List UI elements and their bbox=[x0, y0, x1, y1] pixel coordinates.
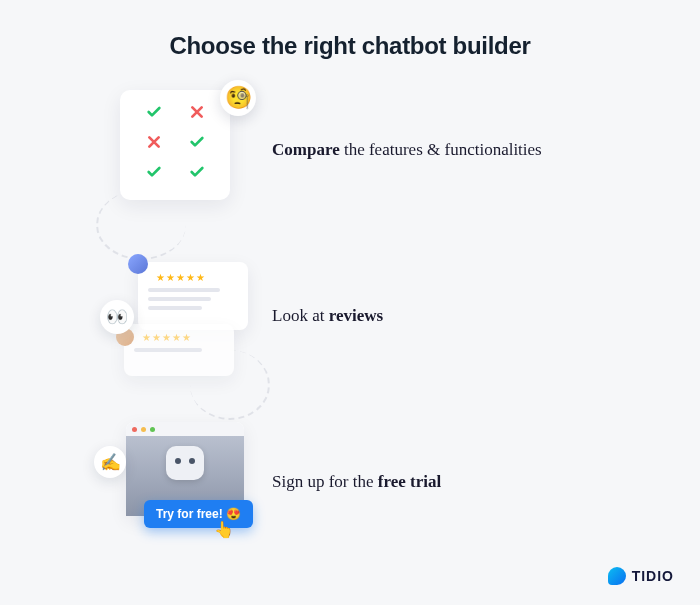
step-compare: 🧐 Compare the features & functionalities bbox=[100, 90, 700, 210]
check-icon bbox=[146, 164, 162, 180]
page-title: Choose the right chatbot builder bbox=[0, 0, 700, 60]
compare-illustration: 🧐 bbox=[100, 90, 250, 210]
avatar bbox=[128, 254, 148, 274]
star-rating-icon: ★★★★★ bbox=[156, 272, 238, 283]
caption-text: the features & functionalities bbox=[340, 140, 542, 159]
step-compare-caption: Compare the features & functionalities bbox=[272, 140, 542, 160]
thinking-face-icon: 🧐 bbox=[220, 80, 256, 116]
try-free-button[interactable]: Try for free! 😍 bbox=[144, 500, 253, 528]
caption-text: Look at bbox=[272, 306, 329, 325]
writing-hand-icon: ✍️ bbox=[94, 446, 126, 478]
star-rating-icon: ★★★★★ bbox=[142, 332, 224, 343]
check-icon bbox=[189, 134, 205, 150]
caption-bold: reviews bbox=[329, 306, 383, 325]
caption-bold: free trial bbox=[378, 472, 441, 491]
check-icon bbox=[146, 104, 162, 120]
tidio-logo-icon bbox=[608, 567, 626, 585]
window-max-dot-icon bbox=[150, 427, 155, 432]
check-icon bbox=[189, 164, 205, 180]
brand-logo: TIDIO bbox=[608, 567, 674, 585]
cursor-icon: 👆 bbox=[214, 520, 234, 539]
checklist-card bbox=[120, 90, 230, 200]
step-trial-caption: Sign up for the free trial bbox=[272, 472, 441, 492]
review-card: ★★★★★ bbox=[138, 262, 248, 330]
step-trial: ✍️ Try for free! 😍 👆 Sign up for the fre… bbox=[100, 422, 700, 542]
trial-illustration: ✍️ Try for free! 😍 👆 bbox=[100, 422, 250, 542]
reviews-illustration: ★★★★★ ★★★★★ 👀 bbox=[100, 256, 250, 376]
caption-bold: Compare bbox=[272, 140, 340, 159]
step-list: 🧐 Compare the features & functionalities… bbox=[0, 90, 700, 542]
brand-name: TIDIO bbox=[632, 568, 674, 584]
window-min-dot-icon bbox=[141, 427, 146, 432]
step-reviews: ★★★★★ ★★★★★ 👀 Look at reviews bbox=[100, 256, 700, 376]
window-close-dot-icon bbox=[132, 427, 137, 432]
x-icon bbox=[146, 134, 162, 150]
x-icon bbox=[189, 104, 205, 120]
eyes-icon: 👀 bbox=[100, 300, 134, 334]
step-reviews-caption: Look at reviews bbox=[272, 306, 383, 326]
review-card: ★★★★★ bbox=[124, 324, 234, 376]
caption-text: Sign up for the bbox=[272, 472, 378, 491]
